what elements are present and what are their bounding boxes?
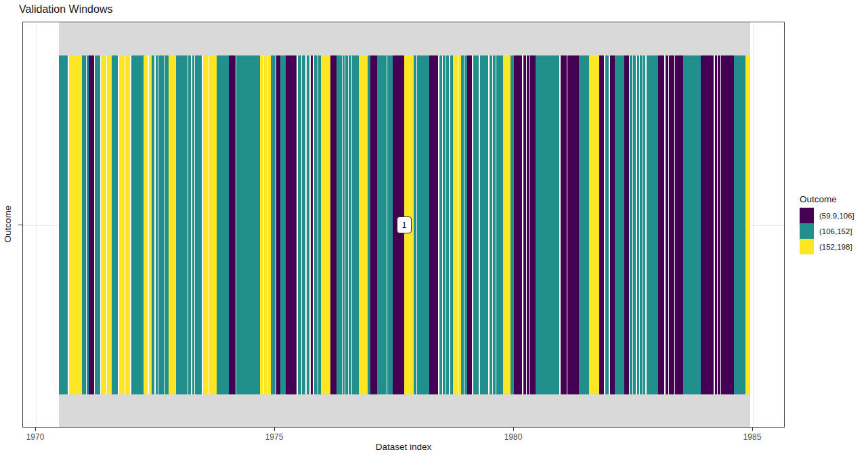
plot-title: Validation Windows (19, 3, 112, 16)
outcome-stripe-t (95, 55, 100, 394)
y-axis-tick (18, 225, 22, 225)
outcome-stripe-y (359, 55, 368, 394)
outcome-stripe-y (125, 55, 130, 394)
outcome-stripe-p (530, 55, 536, 394)
outcome-stripe-p (561, 55, 567, 394)
outcome-stripe-t (615, 55, 624, 394)
outcome-stripe-t (217, 55, 229, 394)
window-annotation-label: 1 (397, 216, 412, 233)
plot-panel: 1 (22, 22, 785, 428)
x-axis-tick-label: 1985 (743, 432, 762, 442)
x-axis-tick-label: 1975 (265, 432, 284, 442)
legend-entry-label: (59.9,106] (819, 212, 854, 220)
outcome-stripe-p (467, 55, 472, 394)
outcome-stripe-t (473, 55, 479, 394)
outcome-stripe-t (579, 55, 589, 394)
outcome-stripe-t (158, 55, 164, 394)
legend-swatch-purple (800, 208, 814, 223)
legend: Outcome (59.9,106](106,152](152,198] (800, 194, 854, 254)
outcome-stripe-y (503, 55, 511, 394)
outcome-stripe-p (370, 55, 377, 394)
legend-swatch-teal (800, 223, 814, 239)
outcome-stripe-t (480, 55, 488, 394)
outcome-stripe-p (330, 55, 337, 394)
x-axis-tick (752, 428, 753, 431)
outcome-stripe-t (683, 55, 701, 394)
outcome-stripe-t (59, 55, 68, 394)
outcome-stripe-y (101, 55, 106, 394)
outcome-stripe-t (176, 55, 188, 394)
outcome-stripe-t (377, 55, 387, 394)
outcome-stripe-t (280, 55, 286, 394)
outcome-stripe-p (675, 55, 683, 394)
legend-entry: (106,152] (800, 223, 854, 239)
legend-title: Outcome (800, 194, 854, 204)
outcome-stripe-y (321, 55, 330, 394)
outcome-stripe-p (599, 55, 604, 394)
outcome-stripe-p (610, 55, 615, 394)
x-axis-tick (274, 428, 275, 431)
outcome-stripe-p (669, 55, 674, 394)
outcome-stripe-p (658, 55, 664, 394)
x-axis-tick-label: 1980 (504, 432, 523, 442)
x-axis-tick-label: 1970 (26, 432, 45, 442)
x-axis-tick (513, 428, 514, 431)
outcome-stripe-t (271, 55, 276, 394)
outcome-stripe-y (69, 55, 82, 394)
outcome-stripe-t (352, 55, 359, 394)
outcome-stripe-y (745, 55, 750, 394)
outcome-stripe-t (417, 55, 429, 394)
legend-swatch-yellow (800, 239, 814, 254)
outcome-stripe-p (514, 55, 522, 394)
outcome-stripe-y (453, 55, 458, 394)
x-axis-tick (35, 428, 36, 431)
outcome-stripe-p (89, 55, 94, 394)
outcome-stripe-p (567, 55, 579, 394)
outcome-stripe-y (107, 55, 112, 394)
gridline-vertical (36, 22, 37, 427)
outcome-stripe-y (209, 55, 217, 394)
outcome-stripe-t (112, 55, 118, 394)
outcome-stripe-t (496, 55, 503, 394)
outcome-stripe-y (203, 55, 209, 394)
outcome-stripe-y (119, 55, 125, 394)
y-axis-title: Outcome (3, 206, 13, 243)
outcome-stripe-p (286, 55, 297, 394)
x-axis-title: Dataset index (22, 442, 785, 452)
legend-entry-label: (152,198] (819, 243, 852, 251)
legend-entry: (152,198] (800, 239, 854, 254)
gridline-vertical (753, 22, 754, 427)
outcome-stripe-t (337, 55, 342, 394)
outcome-stripe-y (589, 55, 599, 394)
outcome-stripe-t (536, 55, 559, 394)
legend-entries: (59.9,106](106,152](152,198] (800, 208, 854, 254)
legend-entry: (59.9,106] (800, 208, 854, 223)
outcome-stripe-p (429, 55, 438, 394)
outcome-stripe-t (195, 55, 202, 394)
outcome-stripe-t (131, 55, 144, 394)
legend-entry-label: (106,152] (819, 227, 852, 235)
outcome-stripe-y (169, 55, 176, 394)
outcome-stripe-t (647, 55, 658, 394)
outcome-stripe-t (236, 55, 260, 394)
outcome-stripe-t (734, 55, 745, 394)
outcome-stripe-t (387, 55, 393, 394)
outcome-stripe-p (624, 55, 629, 394)
outcome-stripe-p (721, 55, 734, 394)
outcome-stripe-p (701, 55, 714, 394)
outcome-stripe-p (229, 55, 236, 394)
